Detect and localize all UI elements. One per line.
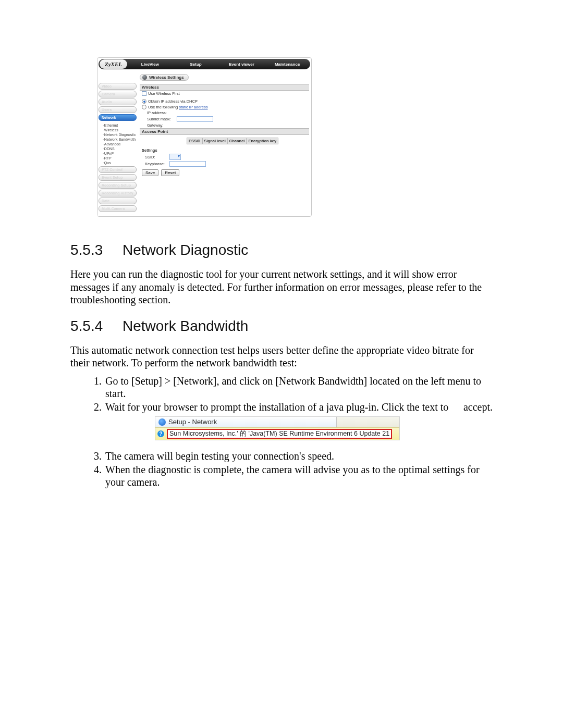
- blank-tab-area: [337, 417, 399, 427]
- gateway-label: Gateway:: [147, 123, 175, 128]
- subnav-rtp[interactable]: RTP: [101, 156, 138, 161]
- ip-address-label: IP address:: [147, 110, 175, 115]
- globe-icon: [142, 75, 147, 80]
- section-554-number: 5.5.4: [70, 318, 108, 335]
- section-wireless: Wireless: [140, 84, 309, 91]
- nav-eventviewer[interactable]: Event viewer: [219, 62, 265, 67]
- java-install-bar[interactable]: ? Sun Microsystems, Inc.' 的 'Java(TM) SE…: [155, 427, 399, 440]
- section-access-point: Access Point: [140, 128, 309, 135]
- step-3: The camera will begin testing your conne…: [104, 450, 493, 462]
- java-prompt-screenshot: Setup - Network ? Sun Microsystems, Inc.…: [155, 416, 400, 440]
- ap-col-essid: ESSID: [187, 138, 202, 144]
- zyxel-setup-screenshot: ZyXEL LiveView Setup Event viewer Mainte…: [97, 57, 312, 217]
- sidebar-item-users[interactable]: Users: [99, 106, 137, 113]
- ap-col-enc: Encryption key: [246, 138, 278, 144]
- subnav-qos[interactable]: Qos: [101, 161, 138, 165]
- section-554-body: This automatic network connection test h…: [70, 344, 493, 369]
- sidebar-subtree: Ethernet Wireless Network Diagnostic Net…: [97, 122, 138, 166]
- ip-dhcp-label: Obtain IP address via DHCP: [148, 99, 198, 104]
- ssid-label: SSID:: [145, 155, 168, 159]
- sidebar-item-recsetup[interactable]: Recording Setup: [99, 182, 137, 189]
- browser-tab: Setup - Network: [155, 417, 337, 427]
- ssid-select[interactable]: [169, 154, 181, 160]
- sidebar: Video Camera Audio Users Network Etherne…: [97, 70, 138, 216]
- sidebar-item-video[interactable]: Video: [99, 83, 137, 90]
- step-list: Go to [Setup] > [Network], and click on …: [70, 375, 493, 488]
- save-button[interactable]: Save: [142, 169, 158, 176]
- ip-dhcp-radio[interactable]: [142, 99, 146, 104]
- help-icon: ?: [157, 430, 164, 437]
- use-wireless-first-checkbox[interactable]: [142, 91, 146, 96]
- keyphrase-input[interactable]: [169, 161, 206, 167]
- subnet-mask-input[interactable]: [177, 116, 213, 122]
- use-wireless-first-label: Use Wireless First: [148, 91, 180, 96]
- sidebar-item-camera[interactable]: Camera: [99, 91, 137, 97]
- section-554-title: Network Bandwidth: [123, 318, 248, 335]
- brand-logo: ZyXEL: [100, 59, 127, 69]
- sidebar-item-audio[interactable]: Audio: [99, 98, 137, 105]
- subnav-upnp[interactable]: UPnP: [101, 151, 138, 156]
- sidebar-item-rechistory[interactable]: Recording History: [99, 190, 137, 196]
- sidebar-item-ptz[interactable]: PTZ Control: [99, 166, 137, 173]
- subnav-ethernet[interactable]: Ethernet: [101, 123, 138, 128]
- step-1: Go to [Setup] > [Network], and click on …: [104, 375, 493, 400]
- subnav-advanced[interactable]: Advanced: [101, 142, 138, 146]
- static-ip-link[interactable]: static IP address: [179, 105, 207, 109]
- section-554-heading: 5.5.4 Network Bandwidth: [70, 318, 493, 335]
- ap-table-header: ESSID Signal level Channel Encryption ke…: [187, 138, 278, 144]
- reset-button[interactable]: Reset: [161, 169, 179, 176]
- ip-static-label: Use the following static IP address: [148, 105, 208, 109]
- section-553-heading: 5.5.3 Network Diagnostic: [70, 242, 493, 258]
- nav-setup[interactable]: Setup: [173, 62, 219, 67]
- subnet-mask-label: Subnet mask:: [147, 117, 175, 121]
- globe-icon: [158, 418, 166, 426]
- step-2: Wait for your browser to prompt the inst…: [104, 401, 493, 441]
- page-title: Wireless Settings: [149, 75, 184, 80]
- section-553-title: Network Diagnostic: [123, 242, 248, 258]
- section-settings: Settings: [142, 148, 157, 153]
- page-title-pill: Wireless Settings: [140, 74, 189, 81]
- top-nav: ZyXEL LiveView Setup Event viewer Mainte…: [99, 59, 310, 69]
- sidebar-item-multicamera[interactable]: Multi-Camera: [99, 205, 137, 212]
- subnav-wireless[interactable]: Wireless: [101, 128, 138, 132]
- ip-static-radio[interactable]: [142, 105, 146, 109]
- browser-tab-title: Setup - Network: [168, 418, 217, 426]
- subnav-ddns[interactable]: DDNS: [101, 146, 138, 151]
- subnav-network-diagnostic[interactable]: Network Diagnostic: [101, 132, 138, 137]
- section-553-body: Here you can run the diagnostic tool for…: [70, 268, 493, 306]
- nav-liveview[interactable]: LiveView: [127, 62, 173, 67]
- sidebar-item-date[interactable]: Date: [99, 198, 137, 204]
- sidebar-item-eventsetup[interactable]: Event Setup: [99, 174, 137, 181]
- ap-col-signal: Signal level: [202, 138, 227, 144]
- main-panel: Wireless Settings Wireless Use Wireless …: [138, 70, 311, 216]
- java-install-message[interactable]: Sun Microsystems, Inc.' 的 'Java(TM) SE R…: [167, 429, 392, 439]
- step-4: When the diagnostic is complete, the cam…: [104, 463, 493, 489]
- subnav-network-bandwidth[interactable]: Network Bandwidth: [101, 137, 138, 142]
- nav-maintenance[interactable]: Maintenance: [264, 62, 310, 67]
- ap-col-channel: Channel: [227, 138, 247, 144]
- sidebar-item-network[interactable]: Network: [99, 114, 137, 121]
- section-553-number: 5.5.3: [70, 242, 108, 258]
- keyphrase-label: Keyphrase:: [145, 162, 168, 166]
